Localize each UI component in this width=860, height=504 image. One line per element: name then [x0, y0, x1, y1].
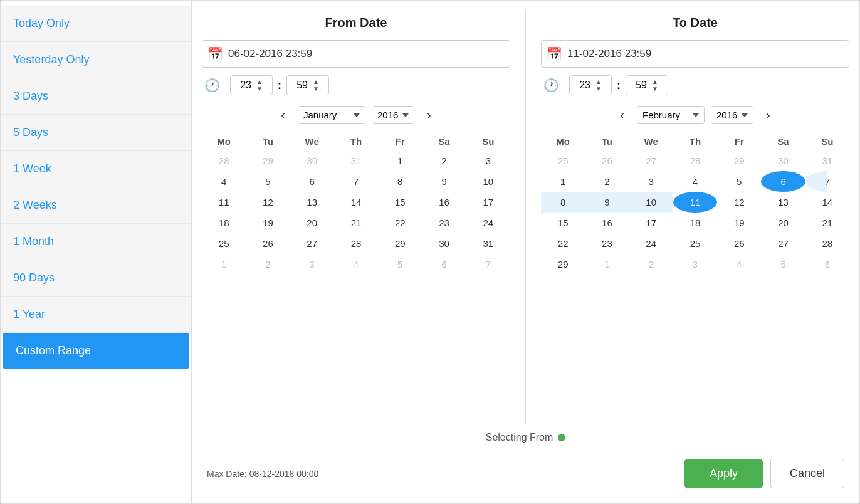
calendar-day[interactable]: 1: [585, 254, 629, 275]
sidebar-item-3-days[interactable]: 3 Days: [1, 78, 191, 115]
calendar-day[interactable]: 4: [717, 254, 761, 275]
sidebar-item-yesterday-only[interactable]: Yesterday Only: [1, 42, 191, 78]
calendar-day[interactable]: 2: [422, 150, 466, 171]
calendar-day[interactable]: 28: [202, 150, 246, 171]
to-year-select[interactable]: 2010201120122013201420152016201720182019…: [711, 106, 753, 124]
calendar-day[interactable]: 10: [629, 192, 673, 213]
calendar-day[interactable]: 3: [290, 254, 334, 275]
cancel-button[interactable]: Cancel: [770, 459, 844, 488]
calendar-day[interactable]: 2: [246, 254, 290, 275]
calendar-day[interactable]: 4: [673, 171, 717, 192]
calendar-day[interactable]: 3: [673, 254, 717, 275]
calendar-day[interactable]: 25: [541, 150, 585, 171]
calendar-day[interactable]: 31: [334, 150, 378, 171]
calendar-day[interactable]: 14: [805, 192, 849, 213]
calendar-day[interactable]: 6: [805, 254, 849, 275]
calendar-day[interactable]: 20: [290, 213, 334, 233]
to-month-select[interactable]: JanuaryFebruaryMarchAprilMayJuneJulyAugu…: [637, 106, 705, 124]
from-year-select[interactable]: 2010201120122013201420152016201720182019…: [372, 106, 414, 124]
calendar-day[interactable]: 17: [629, 213, 673, 233]
sidebar-item-today-only[interactable]: Today Only: [1, 6, 191, 42]
from-min-arrows[interactable]: ▲▼: [313, 78, 319, 92]
from-next-arrow[interactable]: ›: [421, 105, 438, 125]
calendar-day[interactable]: 3: [466, 150, 510, 171]
calendar-day[interactable]: 29: [541, 254, 585, 275]
calendar-day[interactable]: 5: [246, 171, 290, 192]
calendar-day[interactable]: 30: [422, 233, 466, 254]
calendar-day[interactable]: 7: [334, 171, 378, 192]
calendar-day[interactable]: 26: [246, 233, 290, 254]
calendar-day[interactable]: 29: [246, 150, 290, 171]
to-next-arrow[interactable]: ›: [760, 105, 777, 125]
calendar-day[interactable]: 17: [466, 192, 510, 213]
calendar-day[interactable]: 28: [334, 233, 378, 254]
calendar-day[interactable]: 18: [673, 213, 717, 233]
from-hour-spinner[interactable]: 23 ▲▼: [230, 75, 273, 95]
calendar-day[interactable]: 9: [585, 192, 629, 213]
calendar-day[interactable]: 25: [673, 233, 717, 254]
calendar-day[interactable]: 29: [378, 233, 422, 254]
calendar-day[interactable]: 14: [334, 192, 378, 213]
calendar-day[interactable]: 22: [541, 233, 585, 254]
calendar-day[interactable]: 12: [717, 192, 761, 213]
calendar-day[interactable]: 31: [805, 150, 849, 171]
from-min-spinner[interactable]: 59 ▲▼: [286, 75, 329, 95]
calendar-day[interactable]: 16: [585, 213, 629, 233]
calendar-day[interactable]: 1: [541, 171, 585, 192]
calendar-day[interactable]: 4: [202, 171, 246, 192]
calendar-day[interactable]: 28: [673, 150, 717, 171]
sidebar-item-2-weeks[interactable]: 2 Weeks: [1, 187, 191, 224]
calendar-day[interactable]: 12: [246, 192, 290, 213]
apply-button[interactable]: Apply: [684, 459, 763, 488]
calendar-day[interactable]: 6: [422, 254, 466, 275]
calendar-day[interactable]: 29: [717, 150, 761, 171]
to-hour-spinner[interactable]: 23 ▲▼: [569, 75, 612, 95]
calendar-day[interactable]: 19: [717, 213, 761, 233]
calendar-day[interactable]: 28: [805, 233, 849, 254]
calendar-day[interactable]: 4: [334, 254, 378, 275]
sidebar-item-1-week[interactable]: 1 Week: [1, 151, 191, 187]
to-hour-arrows[interactable]: ▲▼: [595, 78, 602, 92]
calendar-day[interactable]: 22: [378, 213, 422, 233]
calendar-day[interactable]: 7: [805, 171, 849, 192]
calendar-day[interactable]: 2: [585, 171, 629, 192]
to-prev-arrow[interactable]: ‹: [614, 105, 631, 125]
calendar-day[interactable]: 2: [629, 254, 673, 275]
calendar-day[interactable]: 7: [466, 254, 510, 275]
calendar-day[interactable]: 18: [202, 213, 246, 233]
sidebar-item-1-month[interactable]: 1 Month: [1, 224, 191, 260]
calendar-day[interactable]: 6: [290, 171, 334, 192]
calendar-day[interactable]: 30: [761, 150, 805, 171]
calendar-day[interactable]: 1: [378, 150, 422, 171]
calendar-day[interactable]: 19: [246, 213, 290, 233]
calendar-day[interactable]: 15: [378, 192, 422, 213]
calendar-day[interactable]: 21: [334, 213, 378, 233]
calendar-day[interactable]: 11: [202, 192, 246, 213]
calendar-day[interactable]: 16: [422, 192, 466, 213]
calendar-day[interactable]: 10: [466, 171, 510, 192]
calendar-day[interactable]: 1: [202, 254, 246, 275]
calendar-day[interactable]: 6: [761, 171, 805, 192]
calendar-day[interactable]: 21: [805, 213, 849, 233]
to-min-arrows[interactable]: ▲▼: [652, 78, 658, 92]
calendar-day[interactable]: 5: [717, 171, 761, 192]
calendar-day[interactable]: 27: [629, 150, 673, 171]
calendar-day[interactable]: 31: [466, 233, 510, 254]
calendar-day[interactable]: 15: [541, 213, 585, 233]
calendar-day[interactable]: 26: [585, 150, 629, 171]
calendar-day[interactable]: 27: [290, 233, 334, 254]
sidebar-item-custom-range[interactable]: Custom Range: [3, 333, 189, 369]
calendar-day[interactable]: 27: [761, 233, 805, 254]
to-min-spinner[interactable]: 59 ▲▼: [626, 75, 668, 95]
from-prev-arrow[interactable]: ‹: [275, 105, 291, 125]
sidebar-item-5-days[interactable]: 5 Days: [1, 115, 191, 151]
calendar-day[interactable]: 5: [378, 254, 422, 275]
from-hour-arrows[interactable]: ▲▼: [256, 78, 263, 92]
calendar-day[interactable]: 23: [422, 213, 466, 233]
calendar-day[interactable]: 3: [629, 171, 673, 192]
calendar-day[interactable]: 20: [761, 213, 805, 233]
sidebar-item-1-year[interactable]: 1 Year: [1, 297, 191, 333]
calendar-day[interactable]: 25: [202, 233, 246, 254]
calendar-day[interactable]: 23: [585, 233, 629, 254]
from-month-select[interactable]: JanuaryFebruaryMarchAprilMayJuneJulyAugu…: [298, 106, 365, 124]
